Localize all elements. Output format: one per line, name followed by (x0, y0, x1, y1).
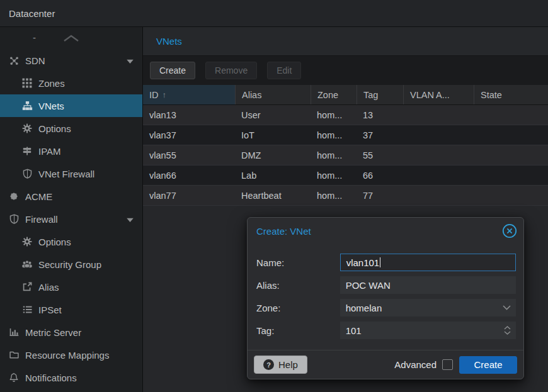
caret-down-icon[interactable] (127, 214, 134, 225)
gear-icon (21, 237, 33, 247)
name-field[interactable]: vlan101 (340, 254, 516, 271)
field-value: 101 (346, 325, 362, 336)
sidebar-item-label: IPSet (38, 305, 62, 315)
cell-zone: hom... (311, 110, 357, 120)
sidebar-item-zones[interactable]: Zones (0, 72, 142, 94)
dialog-header: Create: VNet (248, 218, 523, 244)
sidebar-item-firewall[interactable]: Firewall (0, 208, 142, 230)
table-row[interactable]: vlan77Heartbeathom...77 (143, 186, 548, 206)
bell-icon (8, 372, 20, 383)
dialog-title: Create: VNet (256, 226, 311, 237)
sidebar-item-ipset[interactable]: IPSet (0, 298, 142, 321)
table-row[interactable]: vlan37IoThom...37 (143, 125, 548, 145)
sidebar-item-vnets[interactable]: VNets (0, 94, 142, 117)
edit-button[interactable]: Edit (267, 62, 301, 79)
sidebar-item-metric-server[interactable]: Metric Server (0, 321, 142, 344)
column-header-label: Alias (242, 90, 261, 100)
sidebar-item-label: Zones (38, 78, 65, 89)
text-cursor (380, 257, 380, 267)
create-vnet-dialog: Create: VNet Name:vlan101Alias:POC WANZo… (247, 217, 524, 379)
sidebar-item-label: VNet Firewall (38, 169, 94, 179)
help-button-label: Help (278, 359, 298, 370)
column-header-tag[interactable]: Tag (357, 85, 403, 104)
cell-zone: hom... (311, 191, 357, 201)
number-spinner[interactable] (504, 326, 511, 335)
create-button[interactable]: Create (150, 62, 195, 79)
cell-zone: hom... (311, 150, 357, 160)
sidebar-item-label: VNets (38, 101, 64, 111)
column-header-zone[interactable]: Zone (311, 85, 357, 104)
column-header-vlan_aware[interactable]: VLAN A... (403, 85, 474, 104)
sidebar-item-vnet-firewall[interactable]: VNet Firewall (0, 162, 142, 185)
cell-alias: Lab (235, 171, 311, 181)
dialog-create-button[interactable]: Create (459, 356, 517, 374)
collapsed-item-hint: - (33, 32, 36, 43)
form-row-name: Name:vlan101 (256, 254, 516, 271)
cell-alias: Heartbeat (235, 191, 311, 201)
sidebar-item-label: Notifications (25, 372, 77, 383)
field-label: Tag: (256, 325, 340, 336)
field-value: POC WAN (346, 280, 391, 291)
zones-grid-icon (21, 78, 33, 88)
sidebar-item-notifications[interactable]: Notifications (0, 366, 142, 389)
column-header-state[interactable]: State (474, 85, 548, 104)
folder-icon (8, 350, 20, 360)
chevron-up-icon[interactable] (63, 33, 79, 45)
top-bar: Datacenter (0, 0, 548, 27)
form-row-tag: Tag:101 (256, 322, 516, 339)
cell-id: vlan66 (143, 171, 235, 181)
sidebar-item-label: Metric Server (25, 327, 81, 338)
form-row-alias: Alias:POC WAN (256, 276, 516, 294)
cell-tag: 55 (357, 150, 403, 160)
column-header-label: ID (149, 90, 159, 100)
cell-alias: User (235, 110, 311, 120)
table-row[interactable]: vlan13Userhom...13 (143, 105, 548, 125)
cell-zone: hom... (311, 171, 357, 181)
sidebar-item-sdn[interactable]: SDN (0, 49, 142, 72)
list-ol-icon (21, 305, 33, 315)
column-header-id[interactable]: ID↑ (143, 85, 235, 104)
sidebar-item-label: IPAM (38, 146, 61, 157)
remove-button[interactable]: Remove (205, 62, 257, 79)
sidebar-item-options[interactable]: Options (0, 117, 142, 140)
question-circle-icon: ? (263, 359, 274, 370)
sidebar-item-label: Resource Mappings (25, 350, 109, 361)
cell-id: vlan37 (143, 130, 235, 140)
sidebar-item-label: Firewall (25, 214, 58, 225)
gear-icon (21, 123, 33, 133)
toolbar: Create Remove Edit (143, 56, 548, 85)
caret-down-icon[interactable] (127, 55, 134, 66)
table-row[interactable]: vlan55DMZhom...55 (143, 145, 548, 165)
sidebar-item-resource-mappings[interactable]: Resource Mappings (0, 344, 142, 366)
column-header-label: Zone (317, 90, 338, 100)
sidebar-item-options[interactable]: Options (0, 230, 142, 253)
sidebar-item-acme[interactable]: ACME (0, 185, 142, 208)
advanced-checkbox[interactable] (442, 359, 453, 370)
cell-zone: hom... (311, 130, 357, 140)
close-circle-icon[interactable] (501, 223, 518, 239)
chevron-down-icon[interactable] (503, 305, 511, 310)
column-header-label: Tag (363, 90, 378, 100)
cell-tag: 77 (357, 191, 403, 201)
cell-tag: 37 (357, 130, 403, 140)
sidebar-item-ipam[interactable]: IPAM (0, 140, 142, 162)
advanced-label: Advanced (394, 359, 437, 370)
external-link-icon (21, 282, 33, 292)
sidebar-item-alias[interactable]: Alias (0, 276, 142, 298)
sidebar-item-security-group[interactable]: Security Group (0, 253, 142, 276)
tag-field[interactable]: 101 (340, 322, 516, 339)
field-label: Name: (256, 257, 340, 268)
zone-field[interactable]: homelan (340, 299, 516, 316)
column-header-label: VLAN A... (410, 90, 450, 100)
panel-title-bar: VNets (143, 27, 548, 56)
sidebar-scroll-indicator[interactable]: - (0, 27, 142, 49)
sidebar-item-label: Security Group (38, 259, 101, 270)
page-title: Datacenter (9, 8, 55, 19)
field-label: Zone: (256, 303, 340, 313)
column-header-alias[interactable]: Alias (235, 85, 311, 104)
alias-field[interactable]: POC WAN (340, 276, 516, 294)
help-button[interactable]: ? Help (254, 356, 307, 374)
sort-asc-icon: ↑ (163, 90, 167, 99)
seal-icon (8, 191, 20, 201)
table-row[interactable]: vlan66Labhom...66 (143, 165, 548, 186)
